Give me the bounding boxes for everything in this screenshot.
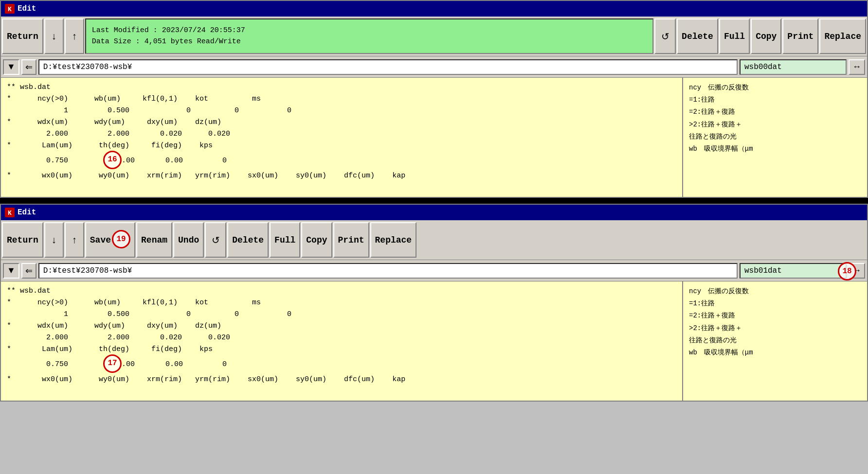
copy-button-2[interactable]: Copy: [301, 222, 332, 258]
title-bar-2: K Edit: [1, 205, 867, 220]
sidebar2-item-1: ncy 伝搬の反復数: [689, 285, 861, 298]
dropdown-button-1[interactable]: ▼: [3, 59, 19, 75]
annotation-16: 16: [103, 151, 122, 169]
title-bar-1: K Edit: [1, 1, 867, 17]
app-icon-1: K: [5, 4, 15, 14]
app-icon-2: K: [5, 208, 15, 217]
file-info-1: Last Modified : 2023/07/24 20:55:37 Data…: [85, 18, 653, 54]
up-arrow-button-2[interactable]: ↑: [65, 222, 84, 258]
svg-text:K: K: [8, 210, 12, 217]
address-bar-1: ▼ ⇐ ↔: [1, 56, 867, 78]
arrow-button-1[interactable]: ↔: [849, 59, 865, 75]
up-arrow-button-1[interactable]: ↑: [65, 18, 84, 54]
sidebar-item-5: 往路と復路の光: [689, 131, 861, 143]
window1-title: Edit: [18, 4, 36, 13]
code-editor-1[interactable]: ** wsb.dat * ncy(>0) wb(um) kfl(0,1) kot…: [1, 78, 682, 197]
annotation-17: 17: [103, 354, 122, 373]
toolbar-2: Return ↓ ↑ Save19 Renam Undo ↺ Delete Fu…: [1, 220, 867, 260]
down-arrow-button-1[interactable]: ↓: [44, 18, 64, 54]
swap-button-2[interactable]: ⇐: [21, 263, 36, 279]
toolbar-1: Return ↓ ↑ Last Modified : 2023/07/24 20…: [1, 17, 867, 56]
sidebar-item-4: >2:往路＋復路＋: [689, 119, 861, 131]
filename-input-2[interactable]: [740, 263, 847, 279]
replace-button-1[interactable]: Replace: [819, 18, 866, 54]
editor-area-1: ** wsb.dat * ncy(>0) wb(um) kfl(0,1) kot…: [1, 78, 867, 197]
renam-button-2[interactable]: Renam: [136, 222, 172, 258]
sidebar-item-6: wb 吸収境界幅（μm: [689, 143, 861, 155]
print-button-1[interactable]: Print: [782, 18, 818, 54]
file-info-line1-1: Last Modified : 2023/07/24 20:55:37: [92, 25, 647, 36]
refresh-button-1[interactable]: ↺: [654, 18, 676, 54]
svg-text:K: K: [8, 6, 12, 13]
window-divider: [0, 198, 868, 204]
sidebar2-item-2: =1:往路: [689, 298, 861, 310]
sidebar2-item-5: 往路と復路の光: [689, 334, 861, 347]
delete-button-1[interactable]: Delete: [677, 18, 718, 54]
sidebar2-item-4: >2:往路＋復路＋: [689, 322, 861, 334]
sidebar2-item-3: =2:往路＋復路: [689, 310, 861, 322]
full-button-2[interactable]: Full: [270, 222, 300, 258]
path-input-2[interactable]: [38, 263, 738, 279]
print-button-2[interactable]: Print: [333, 222, 369, 258]
dropdown-button-2[interactable]: ▼: [3, 263, 19, 279]
refresh-button-2[interactable]: ↺: [205, 222, 226, 258]
delete-button-2[interactable]: Delete: [227, 222, 269, 258]
sidebar2-item-6: wb 吸収境界幅（μm: [689, 347, 861, 359]
sidebar-1: ncy 伝搬の反復数 =1:往路 =2:往路＋復路 >2:往路＋復路＋ 往路と復…: [682, 78, 867, 197]
full-button-1[interactable]: Full: [719, 18, 750, 54]
return-button-2[interactable]: Return: [2, 222, 43, 258]
annotation-18: 18: [838, 262, 856, 281]
sidebar-item-3: =2:往路＋復路: [689, 106, 861, 118]
address-bar-2: ▼ ⇐ 18 ↔: [1, 260, 867, 281]
editor-area-2: ** wsb.dat * ncy(>0) wb(um) kfl(0,1) kot…: [1, 281, 867, 401]
copy-button-1[interactable]: Copy: [751, 18, 781, 54]
window2: K Edit Return ↓ ↑ Save19 Renam Undo ↺ De…: [0, 204, 868, 402]
path-input-1[interactable]: [38, 59, 738, 75]
annotation-19: 19: [112, 230, 130, 248]
undo-button-2[interactable]: Undo: [173, 222, 204, 258]
window1: K Edit Return ↓ ↑ Last Modified : 2023/0…: [0, 0, 868, 198]
file-info-line2-1: Data Size : 4,051 bytes Read/Write: [92, 36, 647, 48]
code-editor-2[interactable]: ** wsb.dat * ncy(>0) wb(um) kfl(0,1) kot…: [1, 281, 682, 401]
sidebar-item-2: =1:往路: [689, 94, 861, 106]
window2-title: Edit: [18, 208, 36, 217]
save-button-2[interactable]: Save19: [85, 222, 135, 258]
replace-button-2[interactable]: Replace: [370, 222, 417, 258]
return-button-1[interactable]: Return: [2, 18, 43, 54]
sidebar-item-1: ncy 伝搬の反復数: [689, 82, 861, 94]
filename-input-1[interactable]: [740, 59, 847, 75]
sidebar-2: ncy 伝搬の反復数 =1:往路 =2:往路＋復路 >2:往路＋復路＋ 往路と復…: [682, 281, 867, 401]
down-arrow-button-2[interactable]: ↓: [44, 222, 64, 258]
swap-button-1[interactable]: ⇐: [21, 59, 36, 75]
